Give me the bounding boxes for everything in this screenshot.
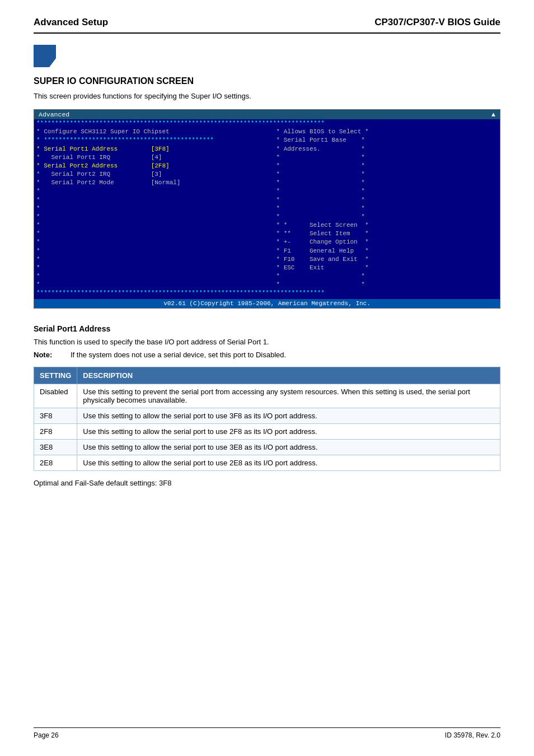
cell-description: Use this setting to allow the serial por… bbox=[77, 455, 500, 470]
bios-star-line-2: * **************************************… bbox=[36, 136, 498, 144]
serial-port1-title: Serial Port1 Address bbox=[34, 324, 500, 333]
cell-setting: 2F8 bbox=[34, 423, 77, 439]
table-row: DisabledUse this setting to prevent the … bbox=[34, 384, 500, 408]
table-row: 2E8Use this setting to allow the serial … bbox=[34, 455, 500, 470]
bios-footer: v02.61 (C)Copyright 1985-2006, American … bbox=[34, 299, 500, 308]
bios-item-serial2-mode: * Serial Port2 Mode [Normal] * * bbox=[36, 179, 498, 187]
bios-item-serial1-addr: * Serial Port1 Address [3F8] * Addresses… bbox=[36, 145, 498, 153]
table-row: 3F8Use this setting to allow the serial … bbox=[34, 408, 500, 423]
bios-blank-2: * * * bbox=[36, 196, 498, 204]
blue-decorative-block bbox=[34, 45, 56, 67]
settings-table: SETTING DESCRIPTION DisabledUse this set… bbox=[34, 367, 500, 471]
note-label: Note: bbox=[34, 351, 62, 359]
bios-nav-change-option: * * +- Change Option * bbox=[36, 238, 498, 246]
bios-screen: Advanced ▲ *****************************… bbox=[34, 109, 500, 309]
section-title: SUPER IO CONFIGURATION SCREEN bbox=[34, 76, 500, 86]
bios-title-right: ▲ bbox=[491, 111, 495, 118]
table-header-row: SETTING DESCRIPTION bbox=[34, 367, 500, 384]
bios-nav-select-screen: * * * Select Screen * bbox=[36, 221, 498, 230]
col-setting: SETTING bbox=[34, 367, 77, 384]
header-divider bbox=[34, 32, 500, 34]
cell-description: Use this setting to allow the serial por… bbox=[77, 423, 500, 439]
bios-star-line-1: ****************************************… bbox=[36, 119, 498, 128]
cell-setting: 3F8 bbox=[34, 408, 77, 423]
bios-blank-4: * * * bbox=[36, 213, 498, 221]
serial-port1-description: This function is used to specify the bas… bbox=[34, 338, 500, 346]
bios-title-text: Advanced bbox=[39, 111, 69, 118]
cell-setting: 3E8 bbox=[34, 439, 77, 455]
cell-description: Use this setting to prevent the serial p… bbox=[77, 384, 500, 408]
table-body: DisabledUse this setting to prevent the … bbox=[34, 384, 500, 470]
note-text: If the system does not use a serial devi… bbox=[71, 351, 286, 359]
bios-star-line-3: ****************************************… bbox=[36, 289, 498, 297]
cell-description: Use this setting to allow the serial por… bbox=[77, 408, 500, 423]
bios-blank-5: * * * bbox=[36, 272, 498, 281]
bios-item-serial2-irq: * Serial Port2 IRQ [3] * * bbox=[36, 170, 498, 179]
bios-title-bar: Advanced ▲ bbox=[34, 110, 500, 119]
cell-description: Use this setting to allow the serial por… bbox=[77, 439, 500, 455]
bios-content: ****************************************… bbox=[34, 119, 500, 299]
col-description: DESCRIPTION bbox=[77, 367, 500, 384]
header-left-title: Advanced Setup bbox=[34, 17, 108, 28]
table-row: 2F8Use this setting to allow the serial … bbox=[34, 423, 500, 439]
page-header: Advanced Setup CP307/CP307-V BIOS Guide bbox=[34, 17, 500, 28]
bios-configure-line: * Configure SCH3112 Super IO Chipset * A… bbox=[36, 128, 498, 136]
bios-nav-f10: * * F10 Save and Exit * bbox=[36, 255, 498, 264]
cell-setting: Disabled bbox=[34, 384, 77, 408]
bios-blank-6: * * * bbox=[36, 281, 498, 289]
bios-nav-esc: * * ESC Exit * bbox=[36, 264, 498, 272]
cell-setting: 2E8 bbox=[34, 455, 77, 470]
bios-blank-3: * * * bbox=[36, 204, 498, 213]
page-footer: Page 26 ID 35978, Rev. 2.0 bbox=[34, 727, 500, 739]
bios-nav-f1: * * F1 General Help * bbox=[36, 247, 498, 255]
note-line: Note: If the system does not use a seria… bbox=[34, 351, 500, 359]
header-right-title: CP307/CP307-V BIOS Guide bbox=[374, 17, 500, 28]
bios-item-serial1-irq: * Serial Port1 IRQ [4] * * bbox=[36, 153, 498, 162]
document-id: ID 35978, Rev. 2.0 bbox=[445, 731, 500, 739]
page-number: Page 26 bbox=[34, 731, 59, 739]
optimal-note: Optimal and Fail-Safe default settings: … bbox=[34, 479, 500, 487]
bios-blank-1: * * * bbox=[36, 187, 498, 195]
bios-item-serial2-addr: * Serial Port2 Address [2F8] * * bbox=[36, 162, 498, 170]
table-row: 3E8Use this setting to allow the serial … bbox=[34, 439, 500, 455]
section-description: This screen provides functions for speci… bbox=[34, 92, 500, 100]
bios-nav-select-item: * * ** Select Item * bbox=[36, 230, 498, 238]
